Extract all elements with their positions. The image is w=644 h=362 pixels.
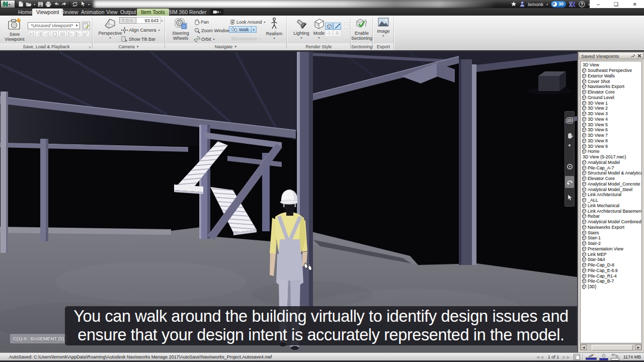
lighting-dropdown-icon[interactable]: ▼ (300, 36, 303, 39)
viewpoint-item[interactable]: Cover Shot (582, 78, 641, 84)
print-button[interactable] (45, 1, 51, 7)
save-button[interactable] (37, 1, 43, 7)
playback-play-reverse-button[interactable] (43, 31, 51, 37)
viewpoint-item[interactable]: 3D View 9 (582, 143, 641, 149)
user-name-label[interactable]: lemonk (528, 2, 543, 7)
redo-button[interactable] (61, 1, 67, 7)
viewpoint-item[interactable]: Link Mechanical (582, 203, 641, 209)
dialog-launcher-icon[interactable]: ↘ (88, 45, 91, 49)
viewpoint-item[interactable]: Southeast Perspective (582, 68, 641, 73)
exchange-apps-icon[interactable] (569, 1, 576, 8)
orbit-button[interactable]: Orbit ▼ (194, 36, 215, 42)
viewpoint-item[interactable]: Stair-1 (582, 235, 641, 241)
media-record-button[interactable]: ▾ (210, 9, 223, 15)
playback-stop-button[interactable] (51, 31, 59, 37)
new-file-button[interactable] (18, 1, 24, 7)
open-dropdown-icon[interactable]: ▾ (34, 3, 35, 6)
walk-button[interactable]: Walk ▼ (229, 26, 257, 33)
tab-render[interactable]: Render (185, 9, 210, 16)
walk-dropdown-icon[interactable]: ▼ (252, 26, 257, 33)
viewpoint-item[interactable]: Rebar (582, 214, 641, 219)
viewpoint-item[interactable]: 3D View 3 (582, 111, 641, 117)
zoom-window-button[interactable]: Zoom Window ▼ (194, 28, 234, 34)
scroll-thumb[interactable] (592, 345, 633, 350)
playback-skip-to-end-button[interactable] (83, 31, 91, 37)
viewpoint-item[interactable]: Pile-Cap_B-7 (582, 279, 641, 284)
viewpoint-item[interactable]: 3D View 6 (582, 127, 641, 133)
navigate-group-dropdown-icon[interactable]: ▼ (234, 45, 237, 48)
viewpoint-item[interactable]: Elevator Core (582, 89, 641, 95)
viewpoint-item[interactable]: Pile-Cap_D-8 (582, 262, 641, 268)
3d-viewport[interactable]: C(1)-6 : BASEMENT (5) You can walk aroun… (0, 52, 577, 352)
scroll-right-arrow[interactable]: ▶ (635, 344, 641, 350)
show-text-toggle[interactable]: A (333, 30, 341, 37)
close-button[interactable]: ✕ (632, 2, 636, 7)
edit-viewpoint-button[interactable] (82, 22, 90, 30)
viewpoint-item[interactable]: Pile-Cap_A-7 (582, 165, 641, 170)
playback-step-forward-button[interactable] (74, 31, 83, 37)
playback-play-button[interactable] (67, 31, 75, 37)
realism-dropdown-icon[interactable]: ▼ (273, 37, 276, 40)
viewpoint-item[interactable]: Analytical Model (582, 160, 641, 165)
connexion-dropdown-icon[interactable]: ▼ (259, 37, 262, 40)
look-around-button[interactable]: Look Around ▼ (229, 19, 266, 25)
viewpoint-item[interactable]: Link Architectural (582, 192, 641, 198)
orbit-dropdown-icon[interactable]: ▼ (213, 38, 215, 41)
close-panel-icon[interactable] (637, 54, 641, 58)
viewpoint-combobox[interactable]: *Unsaved Viewpoint* ▼ (28, 22, 80, 29)
pan-button[interactable]: Pan (194, 19, 209, 25)
open-file-button[interactable] (26, 1, 32, 7)
viewpoint-item[interactable]: 3D View 1 (582, 100, 641, 106)
align-camera-button[interactable]: Align Camera ▼ (121, 27, 160, 33)
viewpoint-item[interactable]: Presentation View (582, 246, 641, 252)
help-icon[interactable]: ? (579, 1, 585, 8)
horizontal-scrollbar[interactable]: ◀ ▶ (580, 344, 642, 350)
show-surfaces-toggle[interactable] (325, 23, 333, 30)
viewpoint-item[interactable]: Analytical Model_Steel (582, 187, 641, 192)
viewpoint-item[interactable]: Exterior Walls (582, 73, 641, 79)
application-menu-button[interactable]: N ▾ (1, 0, 15, 8)
combo-dropdown-icon[interactable]: ▼ (74, 24, 79, 27)
viewpoint-item[interactable]: 3D View 7 (582, 133, 641, 138)
select-cursor-button[interactable] (80, 1, 86, 7)
playback-pause-button[interactable] (59, 31, 67, 37)
minimize-button[interactable]: – (597, 2, 600, 7)
refresh-button[interactable] (72, 1, 78, 7)
viewpoint-item[interactable]: 3D View (5-2017.nwc) (582, 154, 641, 160)
viewpoint-item[interactable]: 3D View 5 (582, 122, 641, 127)
export-image-button[interactable]: Image ▼ (375, 18, 391, 37)
pan-nav-icon[interactable] (565, 131, 574, 140)
pin-icon[interactable] (631, 54, 635, 58)
sheet-browser-icon[interactable] (574, 354, 580, 360)
viewpoint-item[interactable]: Structural Model & Analytical Combined (582, 170, 641, 176)
look-around-nav-icon[interactable] (565, 176, 574, 188)
enable-sectioning-button[interactable]: Enable Sectioning (351, 18, 372, 41)
viewpoint-item[interactable]: Pile-Cap_E-6.9 (582, 268, 641, 274)
user-account-icon[interactable] (520, 1, 525, 8)
viewpoint-item[interactable]: _ALL (582, 198, 641, 203)
cursor-nav-icon[interactable] (565, 193, 574, 202)
viewpoint-item[interactable]: 3D View 4 (582, 117, 641, 122)
perspective-dropdown-icon[interactable]: ▼ (109, 36, 112, 39)
viewpoint-item[interactable]: Link Architectural Basement (582, 208, 641, 214)
viewpoint-item[interactable]: Analytical Model_Concrete (582, 182, 641, 187)
show-lines-toggle[interactable] (333, 23, 341, 30)
viewpoint-item[interactable]: Home (582, 149, 641, 154)
viewpoint-item[interactable]: Link MEP (582, 251, 641, 257)
show-points-toggle[interactable] (344, 22, 349, 29)
viewpoint-item[interactable]: 3D View 8 (582, 138, 641, 144)
image-dropdown-icon[interactable]: ▼ (382, 34, 385, 37)
viewpoint-item[interactable]: {3D} (582, 284, 641, 290)
show-tilt-bar-button[interactable]: Show Tilt Bar (121, 36, 155, 42)
steering-wheel-nav-icon[interactable] (565, 116, 574, 125)
fov-value-field[interactable]: 93.643 (136, 17, 160, 24)
lighting-button[interactable]: Lighting ▼ (292, 18, 311, 39)
viewpoint-item[interactable]: Navisworks Export (582, 225, 641, 230)
playback-skip-to-start-button[interactable] (28, 31, 36, 37)
restore-button[interactable]: ❏ (614, 2, 618, 7)
viewpoint-item[interactable]: Elevator Core (582, 176, 641, 182)
trial-days-badge[interactable]: 30 (551, 1, 566, 8)
realism-button[interactable]: Realism ▼ (264, 18, 285, 40)
viewpoint-item[interactable]: Ground Level (582, 95, 641, 101)
save-viewpoint-button[interactable]: Save Viewpoint (3, 18, 26, 42)
